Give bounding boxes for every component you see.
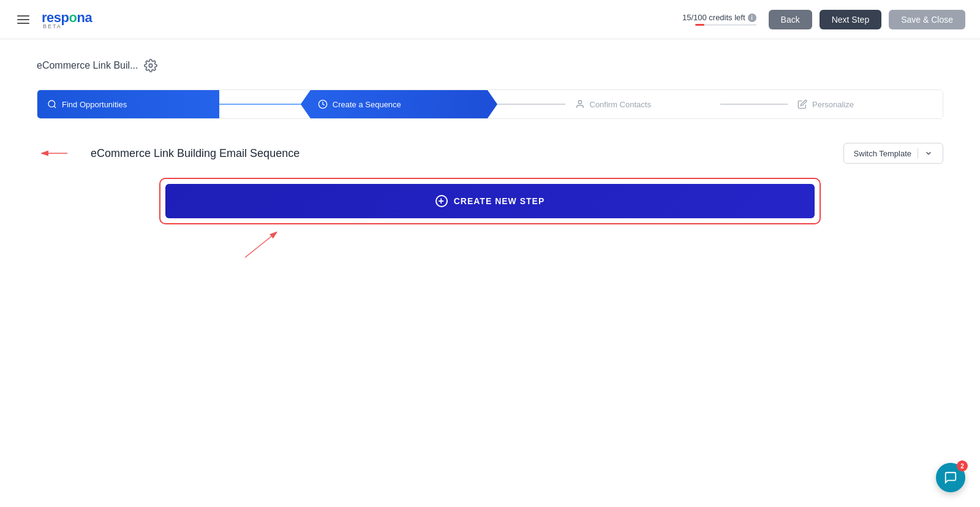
chat-icon xyxy=(944,471,957,484)
chevron-down-icon xyxy=(924,149,933,158)
switch-template-label: Switch Template xyxy=(854,149,911,158)
button-divider xyxy=(918,148,918,158)
search-icon xyxy=(47,99,57,109)
title-with-arrow: eCommerce Link Building Email Sequence xyxy=(37,141,300,166)
svg-point-1 xyxy=(48,101,55,107)
plus-circle-icon: + xyxy=(435,195,448,207)
step-connector-3 xyxy=(720,104,788,105)
svg-line-2 xyxy=(54,106,56,108)
create-step-label: CREATE NEW STEP xyxy=(454,196,545,206)
credits-info-icon: i xyxy=(748,13,756,22)
step-find-opportunities[interactable]: Find Opportunities xyxy=(37,90,219,118)
step-personalize[interactable]: Personalize xyxy=(788,90,943,118)
step1-label: Find Opportunities xyxy=(62,100,127,109)
sequence-title: eCommerce Link Building Email Sequence xyxy=(91,147,300,160)
step2-label: Create a Sequence xyxy=(333,100,401,109)
create-new-step-button[interactable]: + CREATE NEW STEP xyxy=(165,184,815,218)
section-header: eCommerce Link Building Email Sequence S… xyxy=(37,141,943,166)
personalize-icon xyxy=(797,99,807,109)
credits-bar-fill xyxy=(695,24,704,26)
credits-info: 15/100 credits left i xyxy=(682,13,756,26)
logo-beta: BETA xyxy=(43,23,62,29)
campaign-title: eCommerce Link Buil... xyxy=(37,60,138,71)
step-connector-2 xyxy=(497,104,565,105)
back-button[interactable]: Back xyxy=(769,10,812,29)
step3-label: Confirm Contacts xyxy=(590,100,651,109)
chat-badge: 2 xyxy=(957,460,968,471)
step-create-sequence[interactable]: Create a Sequence xyxy=(301,90,497,118)
header: respona BETA 15/100 credits left i Back … xyxy=(0,0,980,39)
step4-label: Personalize xyxy=(812,100,854,109)
svg-point-0 xyxy=(149,64,153,67)
arrow-annotation-2 xyxy=(239,227,288,264)
contacts-icon xyxy=(575,99,585,109)
next-step-button[interactable]: Next Step xyxy=(820,10,881,29)
svg-point-4 xyxy=(578,101,581,104)
chat-widget[interactable]: 2 xyxy=(936,463,965,492)
header-right: 15/100 credits left i Back Next Step Sav… xyxy=(682,10,965,29)
progress-steps: Find Opportunities Create a Sequence Con… xyxy=(37,90,943,119)
credits-bar xyxy=(695,24,756,26)
create-step-container: + CREATE NEW STEP xyxy=(159,178,821,224)
sequence-icon xyxy=(318,99,328,109)
svg-line-6 xyxy=(245,233,276,257)
step-connector-1 xyxy=(219,104,301,105)
main-content: eCommerce Link Buil... Find Opportunitie… xyxy=(0,39,980,244)
step-confirm-contacts[interactable]: Confirm Contacts xyxy=(565,90,720,118)
credits-value: 15/100 credits left xyxy=(682,13,745,22)
switch-template-button[interactable]: Switch Template xyxy=(843,143,943,164)
campaign-title-row: eCommerce Link Buil... xyxy=(37,59,943,72)
hamburger-menu[interactable] xyxy=(15,13,32,26)
header-left: respona BETA xyxy=(15,10,92,29)
settings-gear-icon[interactable] xyxy=(144,59,157,72)
arrow-annotation-1 xyxy=(37,141,74,166)
credits-text: 15/100 credits left i xyxy=(682,13,756,22)
logo: respona BETA xyxy=(42,10,92,29)
save-close-button[interactable]: Save & Close xyxy=(889,10,965,29)
